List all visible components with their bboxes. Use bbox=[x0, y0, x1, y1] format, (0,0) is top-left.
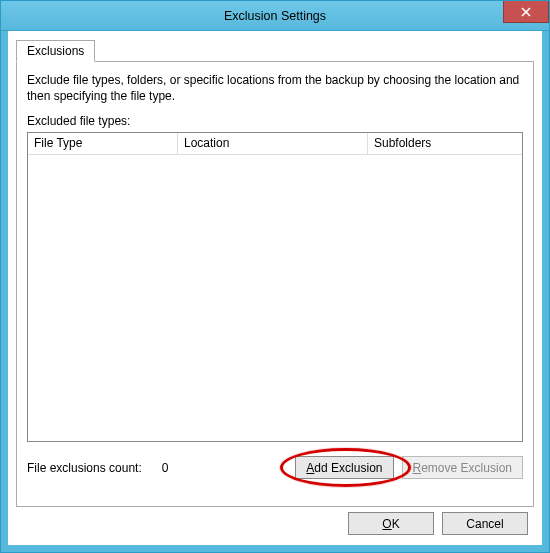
close-button[interactable] bbox=[503, 1, 549, 23]
client-area: Exclusions Exclude file types, folders, … bbox=[1, 31, 549, 552]
remove-exclusion-button[interactable]: Remove Exclusion bbox=[402, 456, 524, 479]
cancel-button[interactable]: Cancel bbox=[442, 512, 528, 535]
ok-button[interactable]: OK bbox=[348, 512, 434, 535]
listview-header: File Type Location Subfolders bbox=[28, 133, 522, 155]
panel-description: Exclude file types, folders, or specific… bbox=[27, 72, 523, 104]
exclusions-count-label: File exclusions count: bbox=[27, 461, 142, 475]
exclusion-settings-window: Exclusion Settings Exclusions Exclude fi… bbox=[0, 0, 550, 553]
list-label: Excluded file types: bbox=[27, 114, 523, 128]
tab-panel-exclusions: Exclude file types, folders, or specific… bbox=[16, 61, 534, 507]
panel-footer-row: File exclusions count: 0 Add Exclusion R… bbox=[27, 456, 523, 479]
column-header-location[interactable]: Location bbox=[178, 133, 368, 154]
excluded-types-listview[interactable]: File Type Location Subfolders bbox=[27, 132, 523, 442]
window-title: Exclusion Settings bbox=[224, 9, 326, 23]
column-header-file-type[interactable]: File Type bbox=[28, 133, 178, 154]
dialog-button-row: OK Cancel bbox=[348, 512, 528, 535]
exclusions-count-value: 0 bbox=[162, 461, 169, 475]
add-exclusion-button[interactable]: Add Exclusion bbox=[295, 456, 393, 479]
tab-exclusions[interactable]: Exclusions bbox=[16, 40, 95, 62]
titlebar: Exclusion Settings bbox=[1, 1, 549, 31]
column-header-subfolders[interactable]: Subfolders bbox=[368, 133, 522, 154]
tabstrip: Exclusions bbox=[16, 39, 534, 61]
listview-body bbox=[28, 155, 522, 441]
close-icon bbox=[521, 7, 531, 17]
